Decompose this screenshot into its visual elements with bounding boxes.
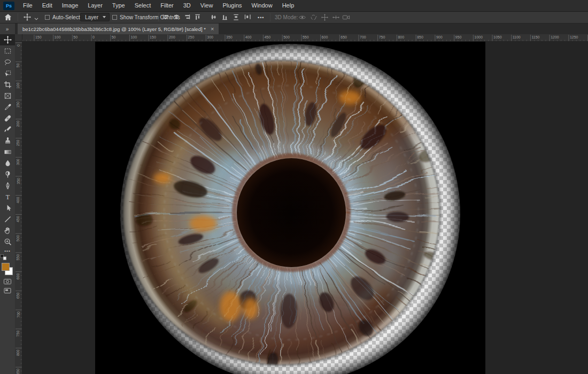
vertical-ruler[interactable]: 0501001502002503003504004505005506006507… [15,42,22,374]
svg-text:1250: 1250 [570,35,578,39]
document-canvas[interactable] [95,42,485,374]
type-tool[interactable]: T [0,191,15,202]
move-tool-preset-icon[interactable] [23,13,32,21]
menu-item-filter[interactable]: Filter [156,0,178,12]
svg-text:250: 250 [188,35,195,39]
align-horizontal-centers-icon[interactable] [172,13,181,21]
default-colors-icon[interactable] [0,254,15,262]
svg-text:800: 800 [398,35,404,39]
lasso-tool[interactable] [0,57,15,68]
svg-text:300: 300 [207,35,213,39]
quick-mask-button[interactable] [0,277,15,286]
svg-text:750: 750 [379,35,385,39]
svg-text:850: 850 [417,35,423,39]
move-tool[interactable] [0,34,15,45]
checkbox-box[interactable] [112,15,117,20]
distribute-vertical-icon[interactable] [232,13,241,21]
svg-text:1000: 1000 [474,35,483,39]
auto-select-checkbox[interactable]: Auto-Select: [45,12,81,23]
menu-item-image[interactable]: Image [57,0,83,12]
screen-mode-button[interactable] [0,286,15,295]
menu-item-file[interactable]: File [18,0,37,12]
gradient-tool[interactable] [0,146,15,158]
svg-text:100: 100 [130,35,137,39]
auto-select-target-dropdown[interactable]: Layer [80,13,110,21]
foreground-color-swatch[interactable] [2,263,10,271]
svg-text:1150: 1150 [531,35,539,39]
svg-text:850: 850 [17,369,20,374]
svg-text:300: 300 [17,159,20,165]
close-icon[interactable]: × [211,26,214,32]
ruler-corner[interactable] [15,34,22,42]
svg-text:400: 400 [17,197,20,204]
svg-text:500: 500 [17,235,20,241]
svg-text:450: 450 [17,216,20,222]
svg-text:250: 250 [17,140,20,146]
menu-bar: Ps FileEditImageLayerTypeSelectFilter3DV… [0,0,588,12]
tool-preset-chevron-icon[interactable] [33,13,40,24]
more-align-options-button[interactable]: ••• [258,12,264,23]
align-left-edges-icon[interactable] [161,13,170,21]
show-transform-label: Show Transform Controls [120,14,180,20]
menu-item-edit[interactable]: Edit [37,0,57,12]
menu-item-view[interactable]: View [196,0,218,12]
spot-healing-brush-tool[interactable] [0,113,15,124]
home-icon[interactable] [4,13,12,21]
brush-tool[interactable] [0,124,15,135]
hand-tool[interactable] [0,225,15,236]
checkbox-box[interactable] [45,15,50,20]
svg-text:700: 700 [17,311,20,318]
roll-3d-icon[interactable] [309,13,318,21]
path-selection-tool[interactable] [0,202,15,214]
align-vertical-centers-icon[interactable] [210,13,218,21]
svg-text:400: 400 [245,35,252,39]
svg-text:1200: 1200 [551,35,559,39]
drag-3d-icon[interactable] [320,13,329,21]
svg-text:50: 50 [112,35,116,39]
svg-text:550: 550 [303,35,309,39]
pen-tool[interactable] [0,180,15,191]
menu-item-plugins[interactable]: Plugins [218,0,246,12]
svg-text:100: 100 [55,35,61,39]
zoom-tool[interactable] [0,236,15,247]
clone-stamp-tool[interactable] [0,135,15,146]
slide-3d-icon[interactable] [331,13,340,21]
line-tool[interactable] [0,214,15,225]
blur-tool[interactable] [0,158,15,169]
photoshop-window: Ps FileEditImageLayerTypeSelectFilter3DV… [0,0,588,374]
dodge-tool[interactable] [0,169,15,180]
document-tab[interactable]: be1c22bc6ba044588b26bba3b286c3c8.jpg @ 1… [18,24,219,34]
svg-text:650: 650 [341,35,347,39]
svg-text:600: 600 [322,35,328,39]
svg-text:1050: 1050 [493,35,502,39]
photoshop-logo-icon[interactable]: Ps [3,2,14,10]
camera-3d-icon[interactable] [342,13,350,21]
svg-text:600: 600 [17,274,20,280]
align-right-edges-icon[interactable] [183,13,191,21]
svg-text:500: 500 [283,35,290,39]
eyedropper-tool[interactable] [0,102,15,113]
align-top-edges-icon[interactable] [194,13,202,21]
svg-text:350: 350 [226,35,233,39]
svg-text:50: 50 [73,35,78,39]
distribute-horizontal-icon[interactable] [243,13,252,21]
menu-item-layer[interactable]: Layer [83,0,107,12]
collapse-toolbar-icon[interactable]: » [0,24,15,34]
rectangular-marquee-tool[interactable] [0,45,15,57]
menu-item-select[interactable]: Select [130,0,156,12]
iris-image [95,42,485,374]
options-bar: Auto-Select: Layer Show Transform Contro… [0,12,588,24]
object-selection-tool[interactable] [0,68,15,79]
menu-item-help[interactable]: Help [277,0,299,12]
frame-tool[interactable] [0,90,15,102]
menu-item-window[interactable]: Window [247,0,277,12]
orbit-3d-icon[interactable] [298,13,306,21]
menu-item-type[interactable]: Type [107,0,130,12]
align-bottom-edges-icon[interactable] [221,13,229,21]
horizontal-ruler[interactable]: 1501005005010015020025030035040045050055… [22,34,588,42]
menu-item-3d[interactable]: 3D [179,0,196,12]
document-tab-title: be1c22bc6ba044588b26bba3b286c3c8.jpg @ 1… [22,26,206,32]
crop-tool[interactable] [0,79,15,90]
edit-toolbar-button[interactable]: ••• [0,247,15,254]
svg-text:950: 950 [455,35,462,39]
